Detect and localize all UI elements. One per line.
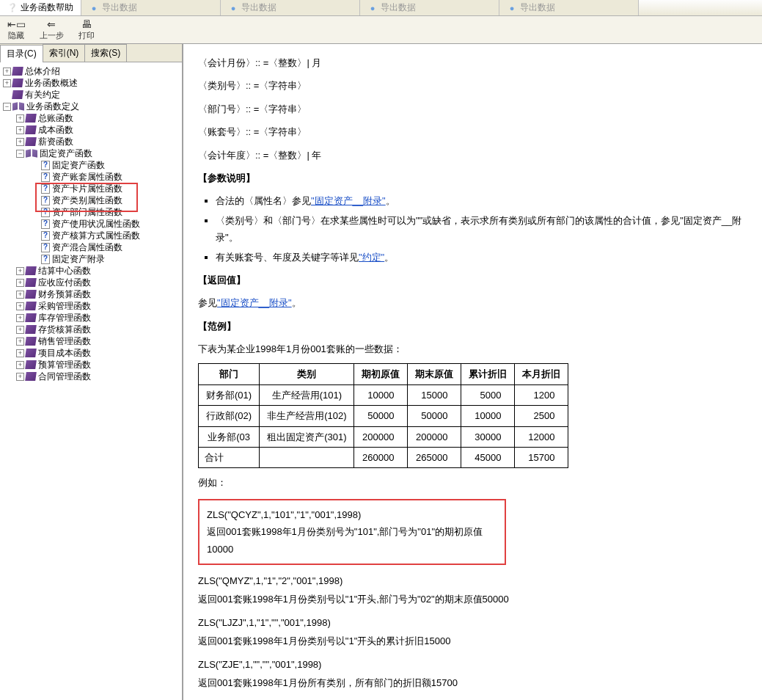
example-desc: 返回001套账1998年1月份类别号以"1"开头,部门号为"02"的期末原值50… (198, 591, 747, 608)
tree-item[interactable]: 薪资函数 (38, 136, 73, 147)
expand-icon[interactable]: + (3, 68, 11, 76)
document-tabs: ❔ 业务函数帮助 ● 导出数据 ● 导出数据 ● 导出数据 ● 导出数据 (0, 0, 639, 15)
tree-item[interactable]: 固定资产函数 (40, 147, 92, 159)
expand-icon[interactable]: + (16, 373, 24, 381)
tab-other-1[interactable]: ● 导出数据 (81, 0, 221, 15)
expand-icon[interactable]: + (16, 291, 24, 299)
tab-index[interactable]: 索引(N) (43, 44, 86, 62)
book-icon (26, 125, 36, 134)
tree-item[interactable]: 采购管理函数 (38, 300, 91, 312)
tree-item[interactable]: 库存管理函数 (38, 312, 91, 324)
tab-other-4[interactable]: ● 导出数据 (499, 0, 639, 15)
td: 12000 (515, 426, 568, 447)
param-text: 有关账套号、年度及关键字等详见 (216, 252, 359, 263)
tab-search[interactable]: 搜索(S) (84, 44, 127, 62)
expand-icon[interactable]: + (16, 338, 24, 346)
expand-icon[interactable]: + (16, 267, 24, 275)
tree-item[interactable]: 销售管理函数 (38, 335, 91, 347)
expand-icon[interactable]: + (16, 302, 24, 310)
tree-item[interactable]: 成本函数 (38, 124, 73, 136)
td: 非生产经营用(102) (260, 406, 354, 426)
back-button[interactable]: ⇐ 上一步 (38, 19, 65, 41)
tab-main-label: 业务函数帮助 (21, 1, 73, 14)
tree-item[interactable]: 结算中心函数 (38, 265, 91, 277)
td: 15700 (515, 448, 568, 468)
book-icon (12, 79, 23, 87)
th: 期初原值 (354, 364, 408, 384)
tree-item[interactable]: 财务预算函数 (38, 288, 91, 300)
tree-item[interactable]: 业务函数定义 (26, 101, 79, 112)
tree-item[interactable]: 业务函数概述 (25, 77, 78, 89)
page-icon: ? (41, 208, 50, 217)
link-fixed-asset-appendix[interactable]: "固定资产__附录" (311, 195, 386, 206)
example-intro: 下表为某企业1998年1月份001套账的一些数据： (198, 340, 747, 357)
td: 业务部(03 (199, 426, 260, 447)
param-text: 。 (386, 195, 395, 206)
tab-other-3-label: 导出数据 (381, 1, 416, 14)
hide-icon: ⇤▭ (7, 19, 26, 29)
expand-icon[interactable]: + (16, 126, 24, 134)
expand-icon[interactable]: + (16, 138, 24, 146)
tree-item[interactable]: 存货核算函数 (38, 324, 91, 335)
tree-item[interactable]: 应收应付函数 (38, 277, 91, 288)
tree-item[interactable]: 合同管理函数 (38, 371, 91, 382)
page-icon: ? (41, 196, 50, 205)
tree-item[interactable]: 预算管理函数 (38, 359, 91, 371)
tree-item[interactable]: 资产部门属性函数 (52, 206, 122, 218)
td: 30000 (461, 426, 515, 447)
tree-item[interactable]: 有关约定 (25, 89, 60, 101)
expand-icon[interactable]: + (16, 314, 24, 322)
tree-item[interactable]: 资产混合属性函数 (52, 241, 122, 253)
tab-other-2[interactable]: ● 导出数据 (221, 0, 360, 15)
window-titlebar: ❔ 业务函数帮助 ● 导出数据 ● 导出数据 ● 导出数据 ● 导出数据 (0, 0, 762, 16)
tab-other-1-label: 导出数据 (102, 1, 137, 14)
td: 45000 (461, 448, 515, 468)
expand-icon[interactable]: + (16, 114, 24, 123)
expand-icon[interactable]: + (16, 349, 24, 357)
tree-item[interactable]: 总账函数 (38, 112, 73, 124)
collapse-icon[interactable]: − (3, 103, 11, 111)
expand-icon[interactable]: + (16, 361, 24, 369)
expand-icon[interactable]: + (16, 279, 24, 287)
print-label: 打印 (78, 30, 95, 41)
toc-tree[interactable]: +总体介绍 +业务函数概述 有关约定 −业务函数定义 +总账函数 +成本函数 +… (0, 62, 182, 700)
book-icon (12, 67, 23, 76)
tab-other-4-label: 导出数据 (520, 1, 555, 14)
link-convention[interactable]: "约定" (359, 252, 384, 263)
tree-item[interactable]: 固定资产附录 (52, 253, 105, 265)
example-code: ZLS("LJZJ",1,"1","","001",1998) (198, 614, 747, 631)
hide-button[interactable]: ⇤▭ 隐藏 (3, 19, 29, 41)
tab-other-3[interactable]: ● 导出数据 (360, 0, 499, 15)
print-button[interactable]: 🖶 打印 (73, 19, 100, 41)
book-icon (12, 90, 23, 99)
example-desc: 返回001套账1998年1月份类别号以"1"开头的累计折旧15000 (198, 632, 747, 649)
doc-icon: ● (228, 3, 238, 13)
expand-icon[interactable]: + (3, 79, 11, 87)
link-fixed-asset-appendix[interactable]: "固定资产__附录" (217, 297, 292, 308)
book-icon (26, 114, 36, 123)
tab-toc[interactable]: 目录(C) (0, 45, 43, 62)
tree-item[interactable]: 资产卡片属性函数 (52, 183, 122, 194)
help-content: 〈会计月份〉:: =〈整数〉| 月 〈类别号〉:: =〈字符串〉 〈部门号〉::… (183, 44, 762, 700)
book-icon (26, 302, 36, 310)
tree-item[interactable]: 固定资产函数 (52, 159, 105, 171)
syntax-line: 〈部门号〉:: =〈字符串〉 (198, 101, 747, 117)
example-label: 例如： (198, 474, 747, 491)
page-icon: ? (41, 219, 50, 229)
tree-item[interactable]: 资产使用状况属性函数 (52, 218, 140, 230)
tree-item-selected[interactable]: 资产类别属性函数 (52, 194, 122, 206)
tree-item[interactable]: 资产核算方式属性函数 (52, 230, 140, 241)
section-example: 【范例】 (198, 318, 747, 335)
td: 260000 (354, 448, 408, 468)
tree-item[interactable]: 总体介绍 (25, 65, 60, 77)
book-icon (26, 325, 36, 334)
td: 50000 (354, 406, 408, 426)
see-also: 参见： (198, 697, 747, 700)
expand-icon[interactable]: + (16, 326, 24, 334)
tab-main[interactable]: ❔ 业务函数帮助 (0, 0, 81, 15)
example-code: ZLS("ZJE",1,"","","001",1998) (198, 656, 747, 673)
collapse-icon[interactable]: − (16, 150, 24, 158)
tree-item[interactable]: 资产账套属性函数 (52, 171, 122, 183)
tree-item[interactable]: 项目成本函数 (38, 347, 91, 359)
param-text: 〈类别号〉和〈部门号〉在求某些属性时可以为""或缺省，表示求所有类别或所有部门的… (216, 212, 747, 247)
